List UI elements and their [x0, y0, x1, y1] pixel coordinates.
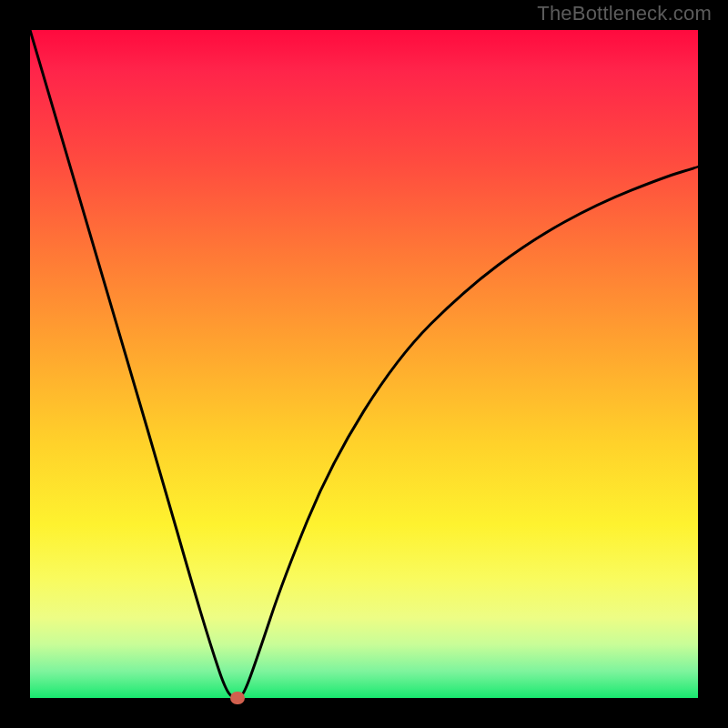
- minimum-marker-dot: [230, 692, 245, 704]
- watermark-text: TheBottleneck.com: [537, 2, 712, 25]
- chart-stage: TheBottleneck.com: [0, 0, 728, 728]
- bottleneck-curve: [30, 30, 698, 698]
- plot-area: [30, 30, 698, 698]
